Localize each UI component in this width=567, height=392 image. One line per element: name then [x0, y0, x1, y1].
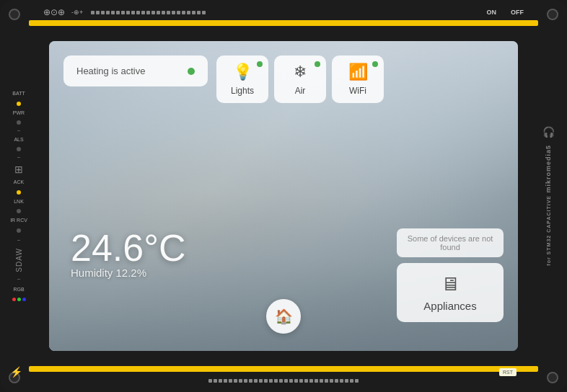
wifi-label: WiFi — [349, 86, 366, 96]
on-label: ON — [487, 9, 497, 16]
bottom-pin-row — [36, 373, 531, 388]
als-label: ALS — [14, 137, 23, 143]
device-right-panel: 🎧 mikromedia5 for STM32 CAPACITIVE — [529, 0, 567, 392]
appliances-icon: 🖥 — [441, 273, 460, 295]
heating-card[interactable]: Heating is active — [63, 55, 208, 86]
lights-status-dot — [257, 61, 263, 67]
ack-label: ACK — [14, 179, 24, 185]
headphone-icon: 🎧 — [542, 126, 555, 138]
device-left-panel: BATT PWR ALS ⊞ ACK LNK IR RCV SDAW RGB ⚡ — [0, 0, 38, 392]
wifi-card[interactable]: 📶 WiFi — [332, 55, 384, 103]
bottom-strip — [29, 366, 538, 372]
widgets-container: Heating is active 💡 Lights ❄ Air — [49, 41, 518, 103]
brand-text: mikromedia5 — [545, 145, 552, 193]
pwr-indicator — [17, 120, 21, 125]
air-icon: ❄ — [294, 63, 307, 81]
ir-rcv-label: IR RCV — [10, 218, 27, 223]
lnk-indicator — [17, 209, 21, 213]
on-off-labels: ON OFF — [487, 9, 524, 16]
wifi-icon: 📶 — [348, 63, 368, 81]
home-icon: 🏠 — [275, 308, 293, 325]
lights-icon: 💡 — [233, 63, 252, 81]
connector-icon: ⊕⊙⊕ — [43, 7, 65, 17]
main-screen: Heating is active 💡 Lights ❄ Air — [49, 41, 518, 351]
lights-label: Lights — [231, 86, 254, 96]
lnk-label: LNK — [14, 199, 24, 205]
rst-label: RST — [499, 368, 517, 376]
pwr-label: PWR — [13, 110, 25, 116]
ack-indicator — [17, 190, 21, 195]
divider2 — [17, 157, 20, 158]
top-strip — [29, 20, 538, 26]
heating-label: Heating is active — [76, 66, 177, 76]
air-card[interactable]: ❄ Air — [274, 55, 326, 103]
heating-status-dot — [188, 68, 195, 75]
minus-icon: -⊕+ — [71, 9, 83, 16]
pin-row-top — [91, 11, 206, 14]
air-label: Air — [295, 86, 306, 96]
off-label: OFF — [511, 9, 524, 16]
appliances-label: Appliances — [423, 300, 476, 312]
sdaw-label: SDAW — [15, 248, 23, 272]
home-button[interactable]: 🏠 — [266, 299, 301, 334]
network-icon: ⊞ — [14, 164, 23, 175]
rgb-label: RGB — [13, 287, 24, 293]
divider4 — [17, 279, 20, 280]
divider1 — [17, 130, 20, 131]
subtitle-text: for STM32 CAPACITIVE — [546, 195, 551, 266]
icon-cards-row: 💡 Lights ❄ Air 📶 WiFi — [216, 55, 384, 103]
batt-indicator — [17, 102, 21, 106]
divider3 — [17, 240, 20, 241]
pin-row-bottom — [208, 379, 359, 383]
top-bar: ⊕⊙⊕ -⊕+ ON OFF — [36, 4, 531, 20]
usb-icon: ⚡ — [10, 366, 22, 378]
top-pins: ⊕⊙⊕ -⊕+ — [43, 7, 206, 17]
air-status-dot — [315, 61, 320, 67]
batt-label: BATT — [12, 91, 25, 97]
lights-card[interactable]: 💡 Lights — [216, 55, 268, 103]
rgb-dots — [12, 298, 26, 301]
temperature-display: 24.6°C Humidity 12.2% — [71, 226, 186, 279]
ir-indicator — [17, 228, 21, 233]
temperature-value: 24.6°C — [71, 226, 186, 270]
appliances-card[interactable]: 🖥 Appliances — [397, 263, 504, 322]
device-shell: ⊕⊙⊕ -⊕+ ON OFF — [0, 0, 567, 392]
als-indicator — [17, 147, 21, 151]
appliances-warning: Some of devices are not found — [397, 228, 504, 257]
appliances-panel: Some of devices are not found 🖥 Applianc… — [397, 228, 504, 322]
wifi-status-dot — [372, 61, 378, 67]
